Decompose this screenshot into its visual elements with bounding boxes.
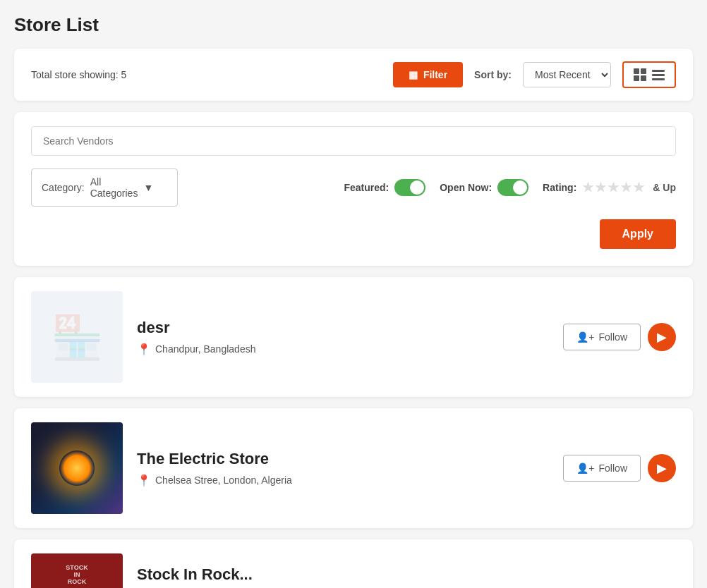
store-location-text-1: Chandpur, Bangladesh: [155, 343, 255, 355]
store-name-3: Stock In Rock...: [137, 565, 676, 584]
store-card-3: STOCKINROCK Stock In Rock...: [14, 539, 693, 588]
store-card-1: 🏪 desr 📍 Chandpur, Bangladesh 👤+ Follow …: [14, 277, 693, 397]
sort-by-label: Sort by:: [474, 69, 512, 80]
category-value: All Categories: [90, 176, 138, 199]
store-info-1: desr 📍 Chandpur, Bangladesh: [137, 319, 549, 356]
star-5[interactable]: ★: [633, 180, 644, 195]
store-image-1: 🏪: [31, 291, 123, 383]
store-name-2: The Electric Store: [137, 450, 549, 468]
store-location-1: 📍 Chandpur, Bangladesh: [137, 343, 549, 356]
search-vendors-input[interactable]: [31, 126, 676, 156]
rock-store-text: STOCKINROCK: [66, 564, 87, 585]
category-label: Category:: [42, 182, 85, 193]
filter-button[interactable]: ▦ Filter: [393, 62, 463, 87]
follow-icon-2: 👤+: [576, 463, 594, 474]
store-image-3: STOCKINROCK: [31, 553, 123, 588]
apply-button[interactable]: Apply: [600, 219, 676, 249]
store-actions-1: 👤+ Follow ▶: [563, 323, 676, 351]
featured-toggle[interactable]: [394, 179, 425, 196]
store-info-2: The Electric Store 📍 Chelsea Stree, Lond…: [137, 450, 549, 487]
store-image-2: [31, 422, 123, 514]
chevron-down-icon: ▼: [143, 182, 167, 193]
rating-suffix: & Up: [653, 182, 676, 193]
rating-filter: Rating: ★ ★ ★ ★ ★ & Up: [543, 180, 676, 195]
store-card-2: The Electric Store 📍 Chelsea Stree, Lond…: [14, 408, 693, 528]
follow-label-1: Follow: [599, 331, 627, 343]
filter-icon: ▦: [409, 69, 418, 80]
bulb-glow: [59, 451, 95, 486]
open-now-toggle[interactable]: [497, 179, 528, 196]
grid-view-icon: [634, 68, 646, 81]
star-3[interactable]: ★: [608, 180, 619, 195]
store-arrow-button-2[interactable]: ▶: [648, 454, 676, 482]
store-name-1: desr: [137, 319, 549, 337]
follow-label-2: Follow: [599, 463, 627, 474]
open-now-label: Open Now:: [440, 182, 492, 193]
filter-button-label: Filter: [423, 69, 447, 80]
store-location-2: 📍 Chelsea Stree, London, Algeria: [137, 474, 549, 487]
location-icon-1: 📍: [137, 343, 151, 356]
filter-row: Category: All Categories ▼ Featured: Ope…: [31, 169, 676, 207]
follow-button-1[interactable]: 👤+ Follow: [563, 324, 641, 350]
sort-select[interactable]: Most Recent Oldest A-Z Z-A: [523, 62, 611, 87]
page-title: Store List: [14, 14, 693, 36]
rating-stars[interactable]: ★ ★ ★ ★ ★: [582, 180, 644, 195]
filter-panel: Category: All Categories ▼ Featured: Ope…: [14, 112, 693, 266]
top-bar-card: Total store showing: 5 ▦ Filter Sort by:…: [14, 49, 693, 101]
apply-btn-row: Apply: [31, 219, 676, 249]
store-actions-2: 👤+ Follow ▶: [563, 454, 676, 482]
star-2[interactable]: ★: [595, 180, 606, 195]
store-location-text-2: Chelsea Stree, London, Algeria: [155, 474, 292, 486]
total-store-label: Total store showing: 5: [31, 69, 382, 80]
open-now-filter: Open Now:: [440, 179, 528, 196]
electric-store-image: [31, 422, 123, 514]
filter-options: Featured: Open Now: Rating: ★ ★ ★ ★ ★: [195, 179, 676, 196]
store-info-3: Stock In Rock...: [137, 565, 676, 584]
arrow-icon-1: ▶: [657, 329, 667, 345]
store-placeholder-icon-1: 🏪: [51, 312, 104, 362]
star-1[interactable]: ★: [582, 180, 593, 195]
store-item-1: 🏪 desr 📍 Chandpur, Bangladesh 👤+ Follow …: [14, 277, 693, 397]
rating-label: Rating:: [543, 182, 576, 193]
store-item-2: The Electric Store 📍 Chelsea Stree, Lond…: [14, 408, 693, 528]
filter-panel-card: Category: All Categories ▼ Featured: Ope…: [14, 112, 693, 266]
follow-button-2[interactable]: 👤+ Follow: [563, 455, 641, 482]
featured-label: Featured:: [344, 182, 389, 193]
view-toggle-button[interactable]: [622, 61, 676, 88]
follow-icon-1: 👤+: [576, 331, 594, 343]
location-icon-2: 📍: [137, 474, 151, 487]
store-item-3: STOCKINROCK Stock In Rock...: [14, 539, 693, 588]
star-4[interactable]: ★: [620, 180, 632, 195]
top-bar: Total store showing: 5 ▦ Filter Sort by:…: [14, 49, 693, 101]
list-view-icon: [652, 70, 665, 80]
store-arrow-button-1[interactable]: ▶: [648, 323, 676, 351]
featured-filter: Featured:: [344, 179, 425, 196]
arrow-icon-2: ▶: [657, 460, 667, 476]
category-dropdown[interactable]: Category: All Categories ▼: [31, 169, 178, 207]
